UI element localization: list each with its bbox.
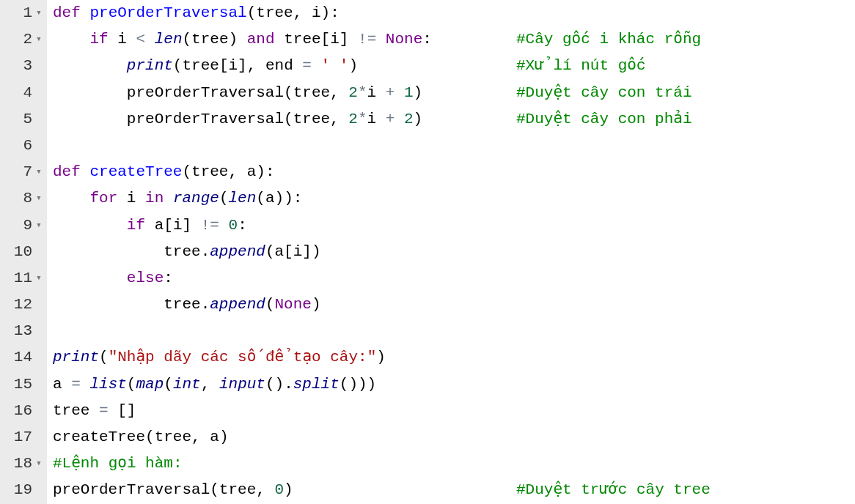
- builtin-input: input: [219, 376, 265, 393]
- line-number: 8: [23, 185, 34, 212]
- gutter-line: 14▾: [0, 344, 47, 371]
- gutter-line: 11▾: [0, 265, 47, 292]
- code-line[interactable]: if a[i] != 0:: [47, 212, 855, 239]
- keyword-in: in: [145, 190, 164, 207]
- var: i: [330, 31, 340, 48]
- param: i: [312, 4, 321, 21]
- code-line[interactable]: tree = []: [47, 398, 855, 424]
- fold-arrow-icon[interactable]: ▾: [34, 185, 44, 212]
- code-line[interactable]: [47, 133, 855, 159]
- keyword-def: def: [53, 163, 81, 180]
- code-line[interactable]: [47, 318, 855, 344]
- keyword-and: and: [247, 31, 275, 48]
- code-line[interactable]: for i in range(len(a)):: [47, 185, 855, 212]
- line-number-gutter: 1▾ 2▾ 3▾ 4▾ 5▾ 6▾ 7▾ 8▾ 9▾ 10▾ 11▾ 12▾ 1…: [0, 0, 47, 504]
- paren: ): [321, 4, 331, 21]
- gutter-line: 1▾: [0, 0, 47, 26]
- line-number: 10: [14, 239, 34, 265]
- gutter-line: 12▾: [0, 292, 47, 318]
- builtin-int: int: [173, 376, 201, 393]
- builtin-range: range: [173, 190, 219, 207]
- builtin-print: print: [53, 349, 99, 366]
- keyword-if: if: [127, 217, 145, 234]
- empty-list: []: [117, 402, 136, 419]
- fold-arrow-icon[interactable]: ▾: [34, 0, 44, 26]
- line-number: 11: [14, 265, 34, 292]
- comment: #Cây gốc i khác rỗng: [516, 26, 701, 53]
- gutter-line: 19▾: [0, 477, 47, 503]
- fold-arrow-icon[interactable]: ▾: [34, 159, 44, 185]
- line-number: 2: [23, 26, 34, 53]
- builtin-list: list: [89, 376, 126, 393]
- number: 0: [229, 217, 238, 234]
- op-lt: <: [136, 31, 145, 48]
- line-number: 9: [23, 212, 34, 239]
- code-line[interactable]: if i < len(tree) and tree[i] != None:#Câ…: [47, 26, 855, 53]
- colon: :: [330, 4, 340, 21]
- line-number: 7: [23, 159, 34, 185]
- gutter-line: 5▾: [0, 106, 47, 133]
- code-line[interactable]: preOrderTraversal(tree, 2*i + 1)#Duyệt c…: [47, 80, 855, 106]
- var: i: [117, 31, 127, 48]
- line-number: 3: [23, 53, 34, 79]
- param: a: [247, 163, 257, 180]
- function-call: createTree: [53, 429, 145, 445]
- gutter-line: 7▾: [0, 159, 47, 185]
- code-editor[interactable]: def preOrderTraversal(tree, i): if i < l…: [47, 0, 855, 504]
- line-number: 1: [23, 0, 34, 26]
- keyword-else: else: [127, 270, 164, 286]
- line-number: 4: [23, 80, 34, 106]
- param: tree: [256, 4, 293, 21]
- code-line[interactable]: #Lệnh gọi hàm:: [47, 451, 855, 477]
- line-number: 17: [14, 424, 34, 451]
- gutter-line: 4▾: [0, 80, 47, 106]
- code-line[interactable]: preOrderTraversal(tree, 2*i + 2)#Duyệt c…: [47, 106, 855, 133]
- code-line[interactable]: createTree(tree, a): [47, 424, 855, 451]
- comment: #Xử lí nút gốc: [516, 53, 646, 79]
- comma: ,: [293, 4, 303, 21]
- var: tree: [191, 31, 228, 48]
- builtin-print: print: [127, 57, 173, 74]
- line-number: 13: [14, 318, 34, 344]
- string-literal: "Nhập dãy các số để tạo cây:": [109, 349, 377, 366]
- code-line[interactable]: print(tree[i], end = ' ')#Xử lí nút gốc: [47, 53, 855, 79]
- function-call: preOrderTraversal: [127, 84, 284, 101]
- op-neq: !=: [358, 31, 376, 48]
- code-line[interactable]: a = list(map(int, input().split())): [47, 371, 855, 398]
- none-literal: None: [275, 296, 312, 313]
- gutter-line: 8▾: [0, 185, 47, 212]
- gutter-line: 2▾: [0, 26, 47, 53]
- code-line[interactable]: preOrderTraversal(tree, 0)#Duyệt trước c…: [47, 477, 855, 503]
- number: 0: [275, 481, 285, 498]
- line-number: 6: [23, 133, 34, 159]
- comment: #Lệnh gọi hàm:: [53, 455, 183, 472]
- keyword-if: if: [89, 31, 108, 48]
- none-literal: None: [386, 31, 422, 48]
- fold-arrow-icon[interactable]: ▾: [34, 451, 44, 477]
- method-append: append: [210, 296, 265, 313]
- gutter-line: 18▾: [0, 451, 47, 477]
- line-number: 5: [23, 106, 34, 133]
- builtin-len: len: [229, 190, 257, 207]
- code-line[interactable]: def preOrderTraversal(tree, i):: [47, 0, 855, 26]
- keyword-def: def: [53, 4, 81, 21]
- code-line[interactable]: tree.append(None): [47, 292, 855, 318]
- line-number: 16: [14, 398, 34, 424]
- paren: (: [247, 4, 257, 21]
- gutter-line: 15▾: [0, 371, 47, 398]
- comment: #Duyệt cây con trái: [516, 80, 691, 106]
- line-number: 19: [14, 477, 34, 503]
- builtin-len: len: [155, 31, 183, 48]
- fold-arrow-icon[interactable]: ▾: [34, 26, 44, 53]
- gutter-line: 6▾: [0, 133, 47, 159]
- fold-arrow-icon[interactable]: ▾: [34, 265, 44, 292]
- code-line[interactable]: tree.append(a[i]): [47, 239, 855, 265]
- number: 1: [404, 84, 414, 101]
- code-line[interactable]: def createTree(tree, a):: [47, 159, 855, 185]
- fold-arrow-icon[interactable]: ▾: [34, 212, 44, 239]
- function-name: createTree: [89, 163, 182, 180]
- function-call: preOrderTraversal: [53, 481, 210, 498]
- keyword-for: for: [89, 190, 117, 207]
- code-line[interactable]: print("Nhập dãy các số để tạo cây:"): [47, 344, 855, 371]
- code-line[interactable]: else:: [47, 265, 855, 292]
